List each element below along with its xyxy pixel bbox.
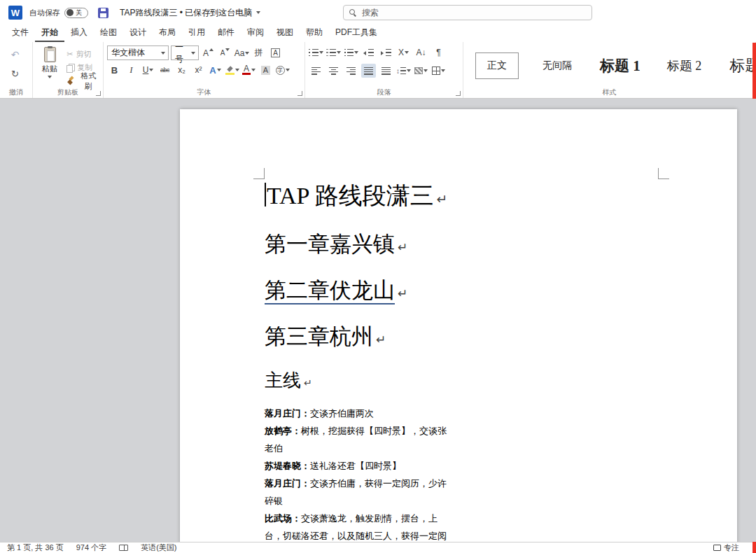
ribbon-tab-bar: 文件 开始 插入 绘图 设计 布局 引用 邮件 审阅 视图 帮助 PDF工具集 bbox=[0, 25, 756, 42]
grow-font-button[interactable]: A bbox=[201, 46, 216, 60]
bullet-list-button[interactable] bbox=[309, 46, 323, 59]
align-center-button[interactable] bbox=[326, 64, 341, 78]
toggle-knob-icon bbox=[66, 9, 74, 16]
style-heading-1[interactable]: 标题 1 bbox=[600, 56, 640, 76]
clipboard-dialog-launcher-icon[interactable] bbox=[96, 91, 101, 96]
highlight-button[interactable] bbox=[225, 63, 239, 77]
word-count[interactable]: 974 个字 bbox=[76, 542, 106, 553]
search-placeholder: 搜索 bbox=[362, 7, 379, 19]
increase-indent-button[interactable] bbox=[379, 46, 393, 59]
heading-text-underlined: 第二章伏龙山 bbox=[265, 278, 395, 304]
multilevel-list-button[interactable] bbox=[344, 46, 358, 59]
undo-button[interactable]: ↶ bbox=[8, 48, 22, 62]
body-paragraph: 落月庄门：交谈齐伯庸两次 bbox=[265, 405, 447, 422]
menu-tab-help[interactable]: 帮助 bbox=[300, 24, 329, 42]
dropdown-arrow-icon bbox=[48, 76, 52, 78]
align-left-button[interactable] bbox=[309, 64, 323, 78]
menu-tab-review[interactable]: 审阅 bbox=[241, 24, 270, 42]
copy-icon bbox=[66, 64, 74, 72]
phonetic-guide-button[interactable]: 拼 bbox=[251, 46, 266, 60]
focus-mode-button[interactable]: 专注 bbox=[713, 542, 739, 553]
align-right-button[interactable] bbox=[344, 64, 358, 78]
save-icon[interactable] bbox=[98, 8, 108, 18]
paragraph-mark: ↵ bbox=[398, 240, 407, 254]
location-label: 苏堤春晓： bbox=[265, 461, 310, 471]
doc-title-line: TAP 路线段潇三↵ bbox=[265, 181, 671, 214]
cut-button[interactable]: ✂ 剪切 bbox=[66, 48, 99, 60]
search-box[interactable]: 搜索 bbox=[343, 5, 592, 20]
font-color-button[interactable]: A bbox=[241, 63, 256, 77]
font-size-combobox[interactable]: 一号 bbox=[171, 46, 199, 60]
autosave-state: 关 bbox=[76, 8, 82, 18]
superscript-button[interactable]: x² bbox=[191, 63, 206, 77]
body-paragraph: 落月庄门：交谈齐伯庸，获得一定阅历，少许碎银 bbox=[265, 475, 447, 510]
menu-tab-home[interactable]: 开始 bbox=[35, 24, 64, 42]
proofing-icon[interactable] bbox=[119, 545, 128, 551]
style-heading-2[interactable]: 标题 2 bbox=[667, 57, 702, 74]
screen-edge-red-strip bbox=[752, 542, 756, 553]
margin-crop-mark-right bbox=[658, 168, 669, 179]
menu-tab-view[interactable]: 视图 bbox=[270, 24, 300, 42]
group-label-clipboard: 剪贴板 bbox=[33, 88, 103, 97]
borders-button[interactable] bbox=[431, 64, 446, 78]
borders-icon bbox=[432, 66, 440, 75]
paste-button[interactable]: 粘贴 bbox=[36, 47, 63, 87]
show-marks-button[interactable]: ¶ bbox=[431, 46, 446, 59]
enclose-character-button[interactable]: 字 bbox=[275, 63, 290, 77]
shrink-font-icon: A bbox=[220, 49, 225, 57]
redo-button[interactable]: ↻ bbox=[8, 66, 22, 80]
doc-title-text: TAP 路线段潇三 bbox=[267, 183, 434, 209]
underline-button[interactable]: U bbox=[141, 63, 155, 77]
document-content[interactable]: TAP 路线段潇三↵ 第一章嘉兴镇↵ 第二章伏龙山↵ 第三章杭州↵ 主线↵ 落月… bbox=[265, 181, 671, 542]
menu-tab-draw[interactable]: 绘图 bbox=[94, 24, 123, 42]
strikethrough-button[interactable]: abc bbox=[158, 63, 172, 77]
asian-layout-button[interactable]: X bbox=[396, 46, 411, 59]
decrease-indent-button[interactable] bbox=[361, 46, 376, 59]
subscript-button[interactable]: x₂ bbox=[174, 63, 189, 77]
font-name-combobox[interactable]: 华文楷体 bbox=[107, 46, 169, 60]
language-indicator[interactable]: 英语(美国) bbox=[141, 542, 176, 553]
justify-button[interactable] bbox=[361, 64, 376, 78]
style-no-spacing[interactable]: 无间隔 bbox=[542, 59, 572, 72]
menu-tab-layout[interactable]: 布局 bbox=[153, 24, 182, 42]
change-case-button[interactable]: Aa bbox=[234, 46, 249, 60]
italic-button[interactable]: I bbox=[124, 63, 139, 77]
sort-button[interactable]: A↓ bbox=[414, 46, 428, 59]
dropdown-arrow-icon bbox=[407, 69, 411, 72]
styles-gallery: 正文 无间隔 标题 1 标题 2 标题 bbox=[467, 46, 752, 86]
dropdown-arrow-icon bbox=[161, 52, 165, 55]
menu-tab-insert[interactable]: 插入 bbox=[64, 24, 94, 42]
word-logo-icon[interactable]: W bbox=[8, 6, 22, 20]
page-indicator[interactable]: 第 1 页, 共 36 页 bbox=[7, 542, 64, 553]
ribbon: ↶ ↻ 撤消 粘贴 ✂ 剪切 复制 格 bbox=[0, 42, 756, 99]
dropdown-arrow-icon bbox=[235, 69, 239, 71]
style-normal[interactable]: 正文 bbox=[475, 52, 519, 79]
distribute-button[interactable] bbox=[379, 64, 393, 78]
menu-tab-pdf-tools[interactable]: PDF工具集 bbox=[329, 24, 384, 42]
format-painter-button[interactable]: 格式刷 bbox=[66, 75, 99, 87]
menu-tab-file[interactable]: 文件 bbox=[6, 24, 35, 42]
document-title[interactable]: TAP路线段潇三 • 已保存到这台电脑 bbox=[120, 7, 260, 19]
cut-label: 剪切 bbox=[76, 49, 91, 59]
autosave-toggle[interactable]: 关 bbox=[64, 8, 88, 18]
menu-tab-design[interactable]: 设计 bbox=[123, 24, 153, 42]
menu-tab-references[interactable]: 引用 bbox=[182, 24, 211, 42]
multilevel-list-icon bbox=[344, 48, 354, 57]
character-border-button[interactable]: A bbox=[268, 46, 283, 60]
text-effects-button[interactable]: A bbox=[208, 63, 223, 77]
font-dialog-launcher-icon[interactable] bbox=[298, 91, 302, 96]
location-label: 落月庄门： bbox=[265, 478, 310, 489]
character-border-icon: A bbox=[271, 48, 280, 57]
paragraph-dialog-launcher-icon[interactable] bbox=[456, 91, 461, 96]
character-shading-button[interactable]: A bbox=[258, 63, 273, 77]
line-spacing-button[interactable]: ↕ bbox=[396, 64, 411, 78]
shrink-font-button[interactable]: A bbox=[218, 46, 232, 60]
shading-button[interactable] bbox=[414, 64, 428, 78]
doc-heading-chapter1: 第一章嘉兴镇↵ bbox=[265, 230, 671, 261]
bold-button[interactable]: B bbox=[107, 63, 122, 77]
numbered-list-button[interactable] bbox=[326, 46, 341, 59]
document-page[interactable]: TAP 路线段潇三↵ 第一章嘉兴镇↵ 第二章伏龙山↵ 第三章杭州↵ 主线↵ 落月… bbox=[180, 109, 737, 542]
menu-tab-mailings[interactable]: 邮件 bbox=[211, 24, 241, 42]
dropdown-arrow-icon bbox=[354, 51, 358, 54]
doc-heading-chapter2: 第二章伏龙山↵ bbox=[265, 276, 671, 307]
